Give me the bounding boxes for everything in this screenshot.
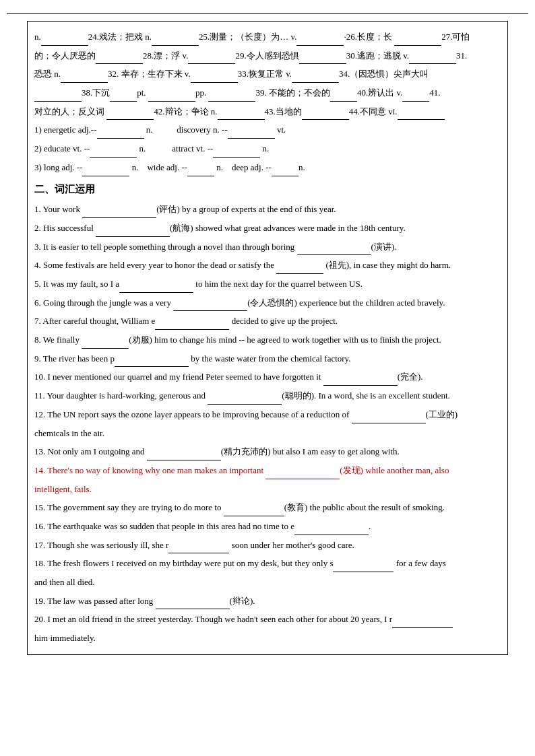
blank-5[interactable] bbox=[119, 283, 193, 293]
blank[interactable] bbox=[302, 110, 349, 120]
exercise-4: 4. Some festivals are held every year to… bbox=[34, 257, 501, 274]
exercise-20b: him immediately. bbox=[34, 630, 501, 647]
blank[interactable] bbox=[398, 110, 445, 120]
blank[interactable] bbox=[409, 55, 456, 64]
blank[interactable] bbox=[292, 73, 339, 83]
exercise-8: 8. We finally (劝服) him to change his min… bbox=[34, 332, 501, 349]
blank-10[interactable] bbox=[323, 376, 398, 386]
blank[interactable] bbox=[41, 36, 88, 46]
blank[interactable] bbox=[110, 92, 137, 102]
exercise-9: 9. The river has been p by the waste wat… bbox=[34, 351, 501, 368]
blank-17[interactable] bbox=[168, 544, 229, 553]
blank-20[interactable] bbox=[392, 619, 453, 628]
blank-14[interactable] bbox=[265, 470, 340, 479]
blank-3[interactable] bbox=[297, 246, 371, 255]
blank[interactable] bbox=[213, 148, 260, 158]
exercise-3: 3. It is easier to tell people something… bbox=[34, 239, 501, 256]
deriv-line-2: 2) educate vt. -- n. attract vt. -- n. bbox=[34, 141, 501, 158]
vocab-line-1: n.24.戏法；把戏 n.25.测量；（长度）为… v.·26.长度；长 27.… bbox=[34, 29, 501, 46]
vocab-line-3: 恐恐 n.32. 幸存；生存下来 v.33.恢复正常 v.34.（因恐惧）尖声大… bbox=[34, 66, 501, 83]
exercise-2: 2. His successful (航海) showed what great… bbox=[34, 220, 501, 237]
exercise-14: 14. There's no way of knowing why one ma… bbox=[34, 462, 501, 479]
blank[interactable] bbox=[148, 92, 195, 102]
blank[interactable] bbox=[61, 73, 108, 83]
blank[interactable] bbox=[296, 36, 344, 46]
exercise-6: 6. Going through the jungle was a very (… bbox=[34, 295, 501, 312]
blank[interactable] bbox=[152, 36, 199, 46]
exercise-15: 15. The government say they are trying t… bbox=[34, 500, 501, 516]
blank-9[interactable] bbox=[115, 357, 189, 367]
deriv-line-3: 3) long adj. -- n. wide adj. -- n. deep … bbox=[34, 160, 501, 176]
exercise-12b: chemicals in the air. bbox=[34, 425, 501, 442]
top-line bbox=[7, 13, 528, 14]
exercise-18: 18. The fresh flowers I received on my b… bbox=[34, 555, 501, 572]
blank[interactable] bbox=[191, 73, 238, 83]
blank-7[interactable] bbox=[155, 320, 229, 330]
page: n.24.戏法；把戏 n.25.测量；（长度）为… v.·26.长度；长 27.… bbox=[0, 0, 535, 756]
blank[interactable] bbox=[218, 110, 265, 120]
exercise-10: 10. I never mentioned our quarrel and my… bbox=[34, 369, 501, 386]
blank[interactable] bbox=[208, 92, 255, 102]
blank[interactable] bbox=[187, 167, 214, 176]
exercise-13: 13. Not only am I outgoing and (精力充沛的) b… bbox=[34, 444, 501, 460]
exercise-19: 19. The law was passed after long (辩论). bbox=[34, 593, 501, 610]
content-box: n.24.戏法；把戏 n.25.测量；（长度）为… v.·26.长度；长 27.… bbox=[27, 21, 508, 655]
vocab-line-2: 的；令人厌恶的28.漂；浮 v.29.令人感到恐惧30.逃跑；逃脱 v.31. bbox=[34, 48, 501, 65]
section-header: 二、词汇运用 bbox=[34, 180, 501, 199]
blank-19[interactable] bbox=[156, 600, 230, 609]
blank[interactable] bbox=[34, 92, 82, 102]
blank-12[interactable] bbox=[352, 414, 426, 423]
exercise-7: 7. After careful thought, William e deci… bbox=[34, 313, 501, 330]
exercise-14b: intelligent, fails. bbox=[34, 481, 501, 498]
blank[interactable] bbox=[402, 92, 429, 102]
vocab-line-4: 38.下沉pt. pp. 39. 不能的；不会的40.辨认出 v.41. bbox=[34, 85, 501, 102]
blank-8[interactable] bbox=[82, 339, 129, 349]
blank[interactable] bbox=[228, 129, 275, 139]
blank[interactable] bbox=[330, 92, 357, 102]
blank[interactable] bbox=[90, 148, 137, 158]
blank[interactable] bbox=[106, 110, 154, 120]
blank[interactable] bbox=[82, 167, 129, 176]
blank[interactable] bbox=[188, 55, 235, 64]
blank-13[interactable] bbox=[147, 451, 221, 460]
blank[interactable] bbox=[96, 55, 143, 64]
exercise-18b: and then all died. bbox=[34, 574, 501, 591]
blank[interactable] bbox=[299, 55, 346, 64]
exercise-20: 20. I met an old friend in the street ye… bbox=[34, 611, 501, 628]
blank-15[interactable] bbox=[224, 507, 284, 516]
exercise-16: 16. The earthquake was so sudden that pe… bbox=[34, 518, 501, 535]
blank-4[interactable] bbox=[276, 265, 323, 274]
blank-16[interactable] bbox=[294, 526, 369, 535]
deriv-line-1: 1) energetic adj.-- n. discovery n. -- v… bbox=[34, 122, 501, 139]
blank-6[interactable] bbox=[173, 302, 247, 311]
blank-1[interactable] bbox=[82, 209, 156, 218]
vocab-line-5: 对立的人；反义词 42.辩论；争论 n.43.当地的44.不同意 vi. bbox=[34, 104, 501, 121]
blank[interactable] bbox=[394, 36, 441, 46]
exercise-5: 5. It was my fault, so I a to him the ne… bbox=[34, 276, 501, 293]
blank-2[interactable] bbox=[96, 228, 170, 237]
blank-11[interactable] bbox=[208, 395, 282, 405]
exercise-1: 1. Your work (评估) by a group of experts … bbox=[34, 201, 501, 218]
exercise-17: 17. Though she was seriously ill, she r … bbox=[34, 537, 501, 554]
exercise-12: 12. The UN report says the ozone layer a… bbox=[34, 407, 501, 423]
blank-18[interactable] bbox=[333, 563, 394, 572]
blank[interactable] bbox=[272, 167, 298, 176]
exercise-11: 11. Your daughter is hard-working, gener… bbox=[34, 388, 501, 405]
blank[interactable] bbox=[97, 129, 144, 139]
